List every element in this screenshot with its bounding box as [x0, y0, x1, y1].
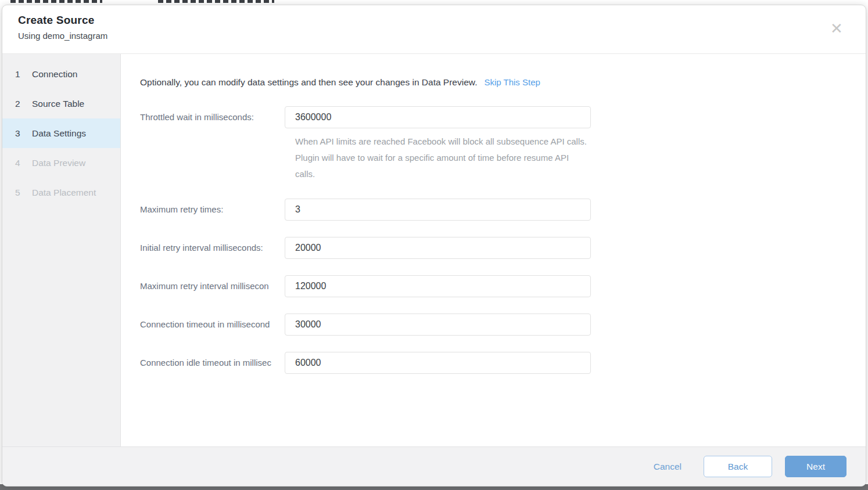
step-number: 3	[15, 128, 27, 139]
next-button[interactable]: Next	[785, 456, 847, 477]
dialog-title: Create Source	[18, 14, 866, 27]
max-retry-times-input[interactable]	[285, 199, 591, 221]
field-label: Throttled wait in milliseconds:	[140, 106, 285, 128]
intro-text: Optionally, you can modify data settings…	[140, 77, 477, 88]
step-label: Data Preview	[32, 158, 85, 168]
data-settings-panel: Optionally, you can modify data settings…	[121, 54, 866, 446]
connection-timeout-input[interactable]	[285, 314, 591, 336]
step-label: Data Settings	[32, 128, 86, 139]
skip-this-step-link[interactable]: Skip This Step	[484, 77, 540, 87]
max-retry-interval-input[interactable]	[285, 275, 591, 297]
field-label: Connection idle timeout in millisec	[140, 352, 285, 374]
back-button[interactable]: Back	[704, 456, 772, 477]
field-help-text: When API limits are reached Facebook wil…	[295, 134, 589, 182]
step-number: 1	[15, 69, 27, 80]
field-connection-timeout: Connection timeout in millisecond	[140, 314, 866, 336]
step-source-table[interactable]: 2 Source Table	[2, 89, 120, 118]
step-label: Source Table	[32, 99, 84, 109]
dialog-body: 1 Connection 2 Source Table 3 Data Setti…	[2, 54, 866, 446]
connection-idle-timeout-input[interactable]	[285, 352, 591, 374]
step-number: 2	[15, 99, 27, 109]
close-icon[interactable]: ✕	[827, 19, 846, 38]
wizard-steps-sidebar: 1 Connection 2 Source Table 3 Data Setti…	[2, 54, 121, 446]
field-max-retry-times: Maximum retry times:	[140, 199, 866, 221]
background-page-text-fragment	[10, 0, 102, 3]
intro-row: Optionally, you can modify data settings…	[140, 77, 866, 88]
field-throttled-wait: Throttled wait in milliseconds: When API…	[140, 106, 866, 182]
step-label: Connection	[32, 69, 77, 80]
field-initial-retry-interval: Initial retry interval milliseconds:	[140, 237, 866, 259]
step-connection[interactable]: 1 Connection	[2, 59, 120, 89]
step-data-placement: 5 Data Placement	[2, 178, 120, 207]
step-data-preview: 4 Data Preview	[2, 148, 120, 178]
field-label: Initial retry interval milliseconds:	[140, 237, 285, 259]
field-max-retry-interval: Maximum retry interval millisecon	[140, 275, 866, 297]
initial-retry-interval-input[interactable]	[285, 237, 591, 259]
step-data-settings[interactable]: 3 Data Settings	[2, 118, 120, 148]
create-source-dialog: Create Source Using demo_instagram ✕ 1 C…	[2, 5, 866, 487]
throttled-wait-input[interactable]	[285, 106, 591, 128]
step-label: Data Placement	[32, 188, 96, 198]
field-connection-idle-timeout: Connection idle timeout in millisec	[140, 352, 866, 374]
field-label: Maximum retry times:	[140, 199, 285, 221]
field-label: Connection timeout in millisecond	[140, 314, 285, 336]
dialog-subtitle: Using demo_instagram	[18, 31, 866, 41]
field-label: Maximum retry interval millisecon	[140, 275, 285, 297]
cancel-button[interactable]: Cancel	[648, 456, 687, 477]
dialog-footer: Cancel Back Next	[2, 446, 866, 486]
background-page-text-fragment	[158, 0, 274, 3]
dialog-header: Create Source Using demo_instagram ✕	[2, 5, 866, 54]
step-number: 4	[15, 158, 27, 168]
step-number: 5	[15, 188, 27, 198]
